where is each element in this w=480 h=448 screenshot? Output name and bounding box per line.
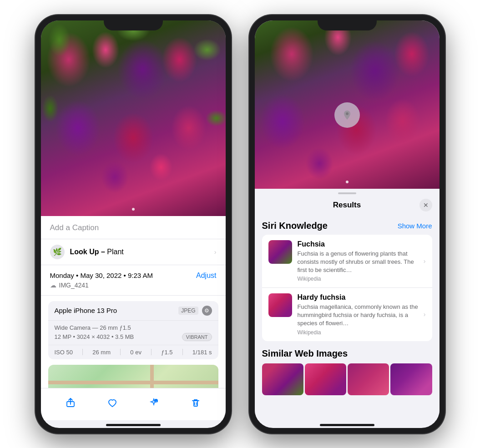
right-photo-display[interactable]	[255, 20, 440, 189]
photo-date: Monday • May 30, 2022 • 9:23 AM	[50, 272, 153, 279]
map-road-vertical	[150, 365, 154, 388]
exif-divider	[82, 349, 83, 355]
similar-images-title: Similar Web Images	[255, 347, 440, 363]
fuchsia-chevron-icon: ›	[424, 257, 426, 265]
page-indicator-right	[346, 181, 349, 183]
exif-ev: 0 ev	[130, 349, 141, 356]
show-more-button[interactable]: Show More	[398, 222, 432, 230]
hardy-fuchsia-description: Fuchsia magellanica, commonly known as t…	[298, 303, 418, 328]
svg-point-7	[346, 112, 349, 115]
web-image-3[interactable]	[348, 363, 389, 395]
right-phone-screen: Results ✕ Siri Knowledge Show More Fuchs…	[255, 20, 440, 428]
fuchsia-title: Fuchsia	[298, 240, 418, 248]
leaf-siri-icon	[341, 109, 354, 121]
lookup-row[interactable]: 🌿 Look Up – Plant ›	[41, 239, 226, 265]
favorite-button[interactable]	[102, 393, 122, 413]
photo-display[interactable]	[41, 20, 226, 216]
siri-knowledge-header: Siri Knowledge Show More	[255, 217, 440, 235]
cloud-icon: ☁	[50, 282, 56, 289]
web-image-2[interactable]	[305, 363, 346, 395]
device-name: Apple iPhone 13 Pro	[55, 307, 117, 314]
hardy-fuchsia-content: Hardy fuchsia Fuchsia magellanica, commo…	[298, 293, 418, 336]
handle-bar-area	[255, 189, 440, 196]
exif-aperture: ƒ1.5	[161, 349, 172, 356]
specs-line2: 12 MP • 3024 × 4032 • 3.5 MB VIBRANT	[55, 333, 212, 341]
hardy-fuchsia-thumb-img	[268, 293, 292, 317]
home-indicator-right	[320, 424, 374, 426]
lookup-text: Look Up – Plant	[70, 248, 124, 256]
device-tags: JPEG ⚙	[178, 306, 212, 316]
fuchsia-source: Wikipedia	[298, 276, 418, 282]
phone-notch-right	[318, 15, 377, 30]
results-header: Results ✕	[255, 196, 440, 217]
phone-notch	[104, 15, 163, 30]
siri-knowledge-title: Siri Knowledge	[262, 221, 328, 231]
heart-icon	[107, 398, 117, 408]
format-badge: JPEG	[178, 307, 198, 315]
drag-handle[interactable]	[338, 192, 356, 194]
info-button[interactable]: i	[144, 393, 164, 413]
gear-icon: ⚙	[204, 307, 209, 314]
device-section: Apple iPhone 13 Pro JPEG ⚙ Wide Camera —…	[48, 301, 218, 359]
sparkle-icon: i	[149, 398, 159, 408]
share-button[interactable]	[61, 393, 81, 413]
knowledge-card: Fuchsia Fuchsia is a genus of flowering …	[262, 235, 432, 341]
web-images-row	[255, 363, 440, 395]
siri-visual-intelligence-button[interactable]	[334, 102, 360, 128]
vibrant-badge: VIBRANT	[182, 333, 212, 341]
lookup-chevron-icon: ›	[214, 248, 217, 256]
share-icon	[66, 398, 76, 408]
hardy-fuchsia-chevron-icon: ›	[424, 311, 426, 318]
svg-rect-4	[194, 401, 197, 406]
specs-resolution: 12 MP • 3024 × 4032 • 3.5 MB	[55, 333, 134, 340]
results-title: Results	[333, 201, 361, 210]
hardy-fuchsia-title: Hardy fuchsia	[298, 293, 418, 302]
trash-icon	[191, 398, 201, 408]
exif-shutter: 1/181 s	[192, 349, 212, 356]
map-section[interactable]	[48, 365, 218, 388]
fuchsia-thumbnail	[268, 240, 292, 264]
web-image-1[interactable]	[262, 363, 303, 395]
fuchsia-description: Fuchsia is a genus of flowering plants t…	[298, 250, 418, 275]
exif-divider-4	[182, 349, 183, 355]
caption-area[interactable]: Add a Caption	[41, 216, 226, 239]
results-panel: Results ✕ Siri Knowledge Show More Fuchs…	[255, 189, 440, 420]
fuchsia-thumb-img	[268, 240, 292, 264]
adjust-button[interactable]: Adjust	[196, 272, 216, 280]
leaf-icon: 🌿	[53, 247, 62, 256]
left-phone-screen: Add a Caption 🌿 Look Up – Plant › Monday…	[41, 20, 226, 428]
settings-icon: ⚙	[202, 306, 212, 316]
exif-iso: ISO 50	[55, 349, 73, 356]
lookup-icon-circle: 🌿	[50, 245, 65, 259]
delete-button[interactable]	[186, 393, 206, 413]
exif-focal: 26 mm	[92, 349, 111, 356]
map-road-horizontal	[48, 381, 218, 384]
fuchsia-content: Fuchsia Fuchsia is a genus of flowering …	[298, 240, 418, 282]
knowledge-item-fuchsia[interactable]: Fuchsia Fuchsia is a genus of flowering …	[262, 235, 432, 288]
left-phone: Add a Caption 🌿 Look Up – Plant › Monday…	[35, 15, 231, 433]
camera-specs: Wide Camera — 26 mm ƒ1.5 12 MP • 3024 × …	[48, 321, 218, 345]
flower-image	[41, 20, 226, 216]
page-indicator	[132, 208, 135, 211]
web-image-4[interactable]	[390, 363, 432, 395]
exif-row: ISO 50 26 mm 0 ev ƒ1.5 1/181 s	[48, 345, 218, 359]
device-row: Apple iPhone 13 Pro JPEG ⚙	[48, 301, 218, 321]
exif-divider-2	[120, 349, 121, 355]
photo-details: Add a Caption 🌿 Look Up – Plant › Monday…	[41, 216, 226, 388]
similar-web-images-section: Similar Web Images	[255, 347, 440, 401]
filename: IMG_4241	[59, 282, 89, 289]
right-phone: Results ✕ Siri Knowledge Show More Fuchs…	[249, 15, 445, 433]
exif-divider-3	[151, 349, 152, 355]
meta-date-row: Monday • May 30, 2022 • 9:23 AM Adjust	[50, 272, 217, 280]
specs-line1: Wide Camera — 26 mm ƒ1.5	[55, 324, 212, 331]
close-btn-area: ✕	[361, 199, 432, 211]
meta-section: Monday • May 30, 2022 • 9:23 AM Adjust ☁…	[41, 265, 226, 296]
caption-placeholder[interactable]: Add a Caption	[50, 223, 99, 232]
close-button[interactable]: ✕	[419, 199, 432, 211]
knowledge-item-hardy-fuchsia[interactable]: Hardy fuchsia Fuchsia magellanica, commo…	[262, 288, 432, 341]
hardy-fuchsia-thumbnail	[268, 293, 292, 317]
home-indicator	[106, 424, 161, 426]
hardy-fuchsia-source: Wikipedia	[298, 329, 418, 336]
bottom-toolbar: i	[41, 388, 226, 420]
filename-row: ☁ IMG_4241	[50, 282, 217, 289]
